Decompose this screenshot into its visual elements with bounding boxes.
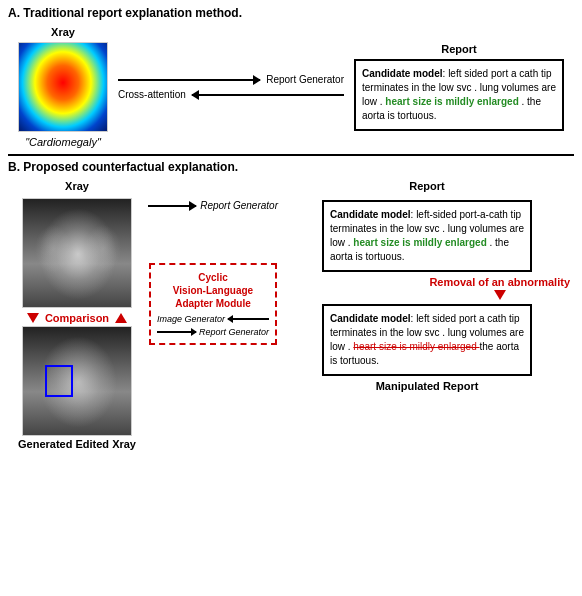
section-b-title: B. Proposed counterfactual explanation.: [8, 160, 574, 174]
section-a: A. Traditional report explanation method…: [8, 6, 574, 156]
xray-a-label: Xray: [51, 26, 75, 38]
arrow-left-1: [192, 94, 344, 96]
image-gen-label: Image Generator: [157, 314, 225, 324]
removal-tip-down: [494, 290, 506, 300]
b-left-col: Xray Comparison: [12, 180, 142, 450]
section-a-content: Xray "Cardiomegaly" Report Generator Cro…: [8, 26, 574, 148]
report-a-green2: mildly enlarged: [443, 96, 519, 107]
report-a-green1: heart size is: [385, 96, 442, 107]
arrow-line-rg-b: [148, 205, 196, 207]
generated-label: Generated Edited Xray: [18, 438, 136, 450]
xray-a-container: Xray "Cardiomegaly": [18, 26, 108, 148]
report-box-b-top: Candidate model: left-sided port-a-cath …: [322, 200, 532, 272]
rg-label-b: Report Generator: [200, 200, 278, 211]
cyclic-box: CyclicVision-LanguageAdapter Module Imag…: [149, 263, 277, 345]
cyclic-row-img: Image Generator: [157, 314, 269, 324]
xray-heatmap: [18, 42, 108, 132]
arrows-area-a: Report Generator Cross-attention: [118, 74, 344, 100]
xray-bw-top: [22, 198, 132, 308]
cyclic-title: CyclicVision-LanguageAdapter Module: [157, 271, 269, 310]
report-right-a: Report Candidate model: left sided port …: [354, 43, 564, 131]
report-b-bot-pre: Candidate model: [330, 313, 411, 324]
xray-edited: [22, 326, 132, 436]
report-b-bot-strike: heart size is mildly enlarged: [353, 341, 479, 352]
cyclic-row-rep: Report Generator: [157, 327, 269, 337]
report-b-top-pre: Candidate model: [330, 209, 411, 220]
removal-arrow-down: [494, 290, 506, 300]
report-label-b: Report: [409, 180, 444, 192]
report-box-a: Candidate model: left sided port a cath …: [354, 59, 564, 131]
report-gen-label: Report Generator: [199, 327, 269, 337]
xray-edited-inner: [23, 327, 131, 435]
comparison-row: Comparison: [27, 312, 127, 324]
section-a-title: A. Traditional report explanation method…: [8, 6, 574, 20]
section-b: B. Proposed counterfactual explanation. …: [8, 160, 574, 590]
rg-arrow-row: Report Generator: [148, 200, 278, 211]
arrow-label-ca: Cross-attention: [118, 89, 186, 100]
b-right-col: Report Candidate model: left-sided port-…: [284, 180, 570, 392]
cyclic-arrows: Image Generator Report Generator: [157, 314, 269, 337]
xray-bw-inner: [23, 199, 131, 307]
red-arrow-up-right: [115, 313, 127, 323]
red-arrow-down-left: [27, 313, 39, 323]
report-b-top-green1: heart size is: [353, 237, 410, 248]
main-container: A. Traditional report explanation method…: [0, 0, 582, 596]
comparison-label: Comparison: [45, 312, 109, 324]
removal-row: Removal of an abnormality: [284, 276, 570, 300]
arrow-row-1: Report Generator: [118, 74, 344, 85]
blue-rect-annotation: [45, 365, 73, 397]
report-box-b-bottom: Candidate model: left sided port a cath …: [322, 304, 532, 376]
report-label-a: Report: [441, 43, 476, 55]
cyclic-arrow-right-1: [157, 331, 196, 333]
b-middle-col: Report Generator CyclicVision-LanguageAd…: [148, 180, 278, 345]
red-tip-down-1: [27, 313, 39, 323]
red-tip-up-1: [115, 313, 127, 323]
manipulated-label: Manipulated Report: [376, 380, 479, 392]
report-b-top-green2: mildly enlarged: [411, 237, 487, 248]
removal-label: Removal of an abnormality: [429, 276, 570, 288]
heatmap-inner: [19, 43, 107, 131]
b-layout: Xray Comparison: [8, 180, 574, 450]
arrow-right-1: [118, 79, 260, 81]
arrow-tip-rg-b: [189, 201, 197, 211]
xray-b-label: Xray: [65, 180, 89, 192]
report-a-pre: Candidate model: [362, 68, 443, 79]
arrow-label-rg: Report Generator: [266, 74, 344, 85]
cyclic-arrow-left-1: [228, 318, 269, 320]
removal-arrow-col: Removal of an abnormality: [429, 276, 570, 300]
cardiomegaly-label: "Cardiomegaly": [25, 136, 101, 148]
arrow-row-2: Cross-attention: [118, 89, 344, 100]
